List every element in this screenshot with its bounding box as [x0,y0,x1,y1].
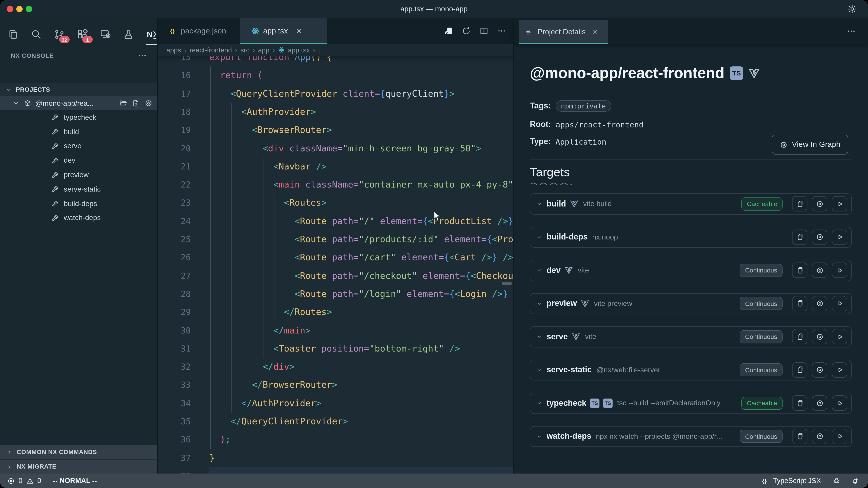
code-line[interactable]: 38 [157,467,513,474]
code-line[interactable]: 25 <Route path="/products/:id" element={… [157,230,513,249]
sidebar-target-dev[interactable]: dev [0,153,157,168]
activity-item-beaker[interactable] [120,24,137,44]
breadcrumb-item[interactable]: react-frontend [190,46,232,54]
projects-section-header[interactable]: PROJECTS [0,83,157,96]
sidebar-editor-divider[interactable] [157,18,158,474]
target-row-typecheck[interactable]: typecheckTSTStsc --build --emitDeclarati… [530,393,852,414]
activity-item-search[interactable] [28,24,45,44]
breadcrumb-item[interactable]: … [318,46,325,54]
view-task-graph-button[interactable] [812,329,827,345]
target-row-build-deps[interactable]: build-depsnx:noop [530,227,852,248]
breadcrumb[interactable]: apps›react-frontend›src›app›app.tsx›… [157,44,513,56]
chevron-down-icon[interactable] [536,234,542,240]
file-refresh-icon[interactable] [131,99,140,107]
sidebar-more-icon[interactable] [137,51,147,61]
chevron-down-icon[interactable] [536,433,542,440]
chevron-down-icon[interactable] [536,367,542,373]
code-line[interactable]: 27 <Route path="/checkout" element={<Che… [157,267,513,285]
view-task-graph-button[interactable] [812,296,827,311]
sidebar-project-row[interactable]: @mono-app/rea... [0,96,157,110]
breadcrumb-item[interactable]: src [241,46,250,54]
code-line[interactable]: 17 <QueryClientProvider client={queryCli… [157,85,513,103]
notifications-bell-icon[interactable] [851,477,859,485]
code-line[interactable]: 33 </BrowserRouter> [157,376,513,394]
target-row-preview[interactable]: previewvite previewContinuous [530,293,852,314]
sidebar-section-nx-migrate[interactable]: NX MIGRATE [0,459,157,474]
copy-task-button[interactable] [792,362,807,378]
chevron-down-icon[interactable] [536,400,542,406]
view-task-graph-button[interactable] [812,263,827,278]
target-row-build[interactable]: buildvite buildCacheable [530,193,852,215]
view-task-graph-button[interactable] [812,362,827,378]
chevron-down-icon[interactable] [536,334,542,340]
run-project-icon[interactable] [444,26,454,36]
sidebar-section-common-nx-commands[interactable]: COMMON NX COMMANDS [0,445,157,459]
sidebar-target-typecheck[interactable]: typecheck [0,110,157,125]
activity-item-files[interactable] [4,24,22,44]
run-task-button[interactable] [832,396,847,411]
run-task-button[interactable] [832,296,847,311]
chevron-down-icon[interactable] [536,300,542,307]
code-line[interactable]: 19 <BrowserRouter> [157,121,513,139]
more-actions-icon[interactable] [846,26,856,36]
code-line[interactable]: 21 <Navbar /> [157,158,513,176]
view-task-graph-button[interactable] [812,230,827,245]
folder-icon[interactable] [119,99,127,107]
chevron-down-icon[interactable] [536,201,542,207]
copy-task-button[interactable] [792,263,807,278]
code-line[interactable]: 18 <AuthProvider> [157,103,513,121]
refresh-icon[interactable] [462,26,471,36]
code-line[interactable]: 28 <Route path="/login" element={<Login … [157,285,513,303]
chevron-down-icon[interactable] [536,267,542,273]
view-task-graph-button[interactable] [812,196,827,212]
code-line[interactable]: 22 <main className="container mx-auto px… [157,176,513,194]
run-task-button[interactable] [832,329,847,345]
target-row-serve[interactable]: serveviteContinuous [530,326,852,347]
run-task-button[interactable] [832,429,847,444]
view-in-graph-button[interactable]: View In Graph [772,135,848,155]
target-row-serve-static[interactable]: serve-static@nx/web:file-serverContinuou… [530,359,852,381]
language-mode[interactable]: {} TypeScript JSX [761,477,821,485]
breadcrumb-item[interactable]: app [258,46,270,54]
scrollbar-thumb[interactable] [502,282,512,285]
code-line[interactable]: 31 <Toaster position="bottom-right" /> [157,340,513,358]
sidebar-target-build[interactable]: build [0,125,157,139]
sidebar-target-preview[interactable]: preview [0,168,157,182]
code-line[interactable]: 23 <Routes> [157,194,513,213]
copy-task-button[interactable] [792,230,807,245]
activity-item-extensions[interactable]: 1 [74,24,91,44]
copy-task-button[interactable] [792,296,807,311]
editor-panel-divider[interactable] [513,18,514,474]
target-row-watch-deps[interactable]: watch-depsnpx nx watch --projects @mono-… [530,426,852,447]
close-icon[interactable] [295,27,303,35]
code-line[interactable]: 20 <div className="min-h-screen bg-gray-… [157,139,513,158]
sidebar-target-serve[interactable]: serve [0,139,157,153]
copy-task-button[interactable] [792,196,807,212]
view-task-graph-button[interactable] [812,396,827,411]
problems-indicator[interactable]: 0 0 [7,477,41,485]
code-line[interactable]: 24 <Route path="/" element={<ProductList… [157,212,513,230]
run-task-button[interactable] [832,230,847,245]
code-area[interactable]: 15export function App() {16 return (17 <… [157,18,513,474]
view-task-graph-button[interactable] [812,429,827,444]
copilot-icon[interactable] [833,477,840,485]
target-icon[interactable] [144,99,153,107]
target-row-dev[interactable]: devviteContinuous [530,260,852,281]
sidebar-target-build-deps[interactable]: build-deps [0,197,157,211]
sidebar-target-serve-static[interactable]: serve-static [0,182,157,197]
run-task-button[interactable] [832,263,847,278]
code-line[interactable]: 35 </QueryClientProvider> [157,413,513,431]
run-task-button[interactable] [832,362,847,378]
copy-task-button[interactable] [792,429,807,444]
code-line[interactable]: 37} [157,449,513,467]
tab-project-details[interactable]: Project Details [519,20,608,44]
code-line[interactable]: 36 ); [157,431,513,449]
breadcrumb-item[interactable]: app.tsx [288,46,310,54]
code-line[interactable]: 34 </AuthProvider> [157,394,513,413]
split-editor-icon[interactable] [479,26,489,36]
tab-app-tsx[interactable]: app.tsx [240,18,327,44]
code-line[interactable]: 32 </div> [157,358,513,376]
run-task-button[interactable] [832,196,847,212]
breadcrumb-item[interactable]: apps [166,46,181,54]
code-line[interactable]: 30 </main> [157,322,513,340]
